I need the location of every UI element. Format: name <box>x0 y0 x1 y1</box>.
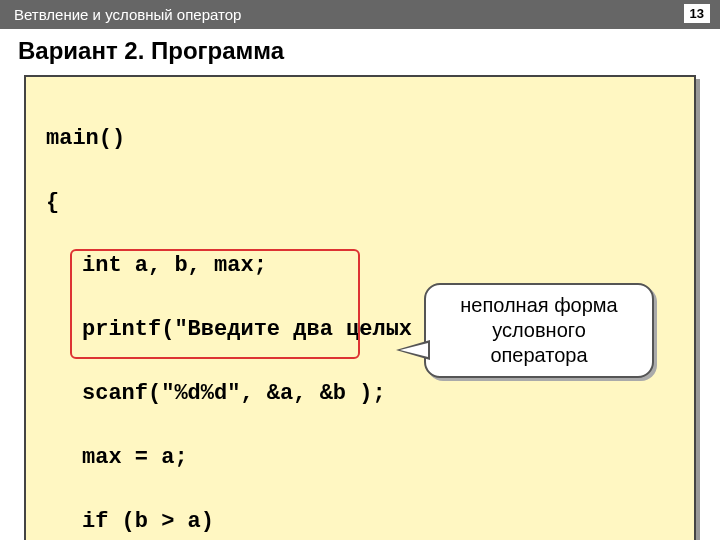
slide: Ветвление и условный оператор 13 Вариант… <box>0 0 720 540</box>
code-line: { <box>26 187 694 219</box>
slide-title: Вариант 2. Программа <box>18 37 702 65</box>
code-line: scanf("%d%d", &a, &b ); <box>26 378 694 410</box>
callout-text-line: оператора <box>436 343 642 368</box>
callout-text-line: неполная форма <box>436 293 642 318</box>
page-number: 13 <box>684 4 710 23</box>
slide-header: Ветвление и условный оператор <box>0 0 720 29</box>
code-line: main() <box>26 123 694 155</box>
code-box: main() { int a, b, max; printf("Введите … <box>24 75 696 540</box>
breadcrumb: Ветвление и условный оператор <box>14 6 241 23</box>
code-line: if (b > a) <box>26 506 694 538</box>
callout-tail-icon <box>396 340 430 360</box>
callout-bubble: неполная форма условного оператора <box>424 283 654 378</box>
code-line: max = a; <box>26 442 694 474</box>
red-outline-if-block <box>70 249 360 359</box>
callout-text-line: условного <box>436 318 642 343</box>
